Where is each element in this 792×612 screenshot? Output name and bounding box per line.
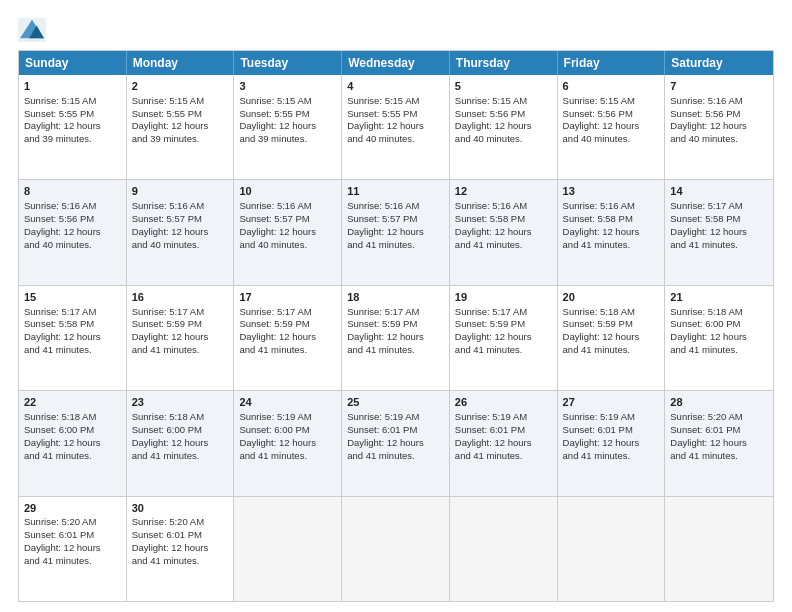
calendar-cell: 20Sunrise: 5:18 AMSunset: 5:59 PMDayligh… <box>558 286 666 390</box>
day-info-line: Sunrise: 5:18 AM <box>132 411 229 424</box>
day-info-line: Sunset: 5:59 PM <box>132 318 229 331</box>
calendar-cell-empty <box>665 497 773 601</box>
day-info-line: and 41 minutes. <box>24 344 121 357</box>
day-info-line: Sunset: 6:00 PM <box>670 318 768 331</box>
day-info-line: Daylight: 12 hours <box>455 331 552 344</box>
calendar-cell: 18Sunrise: 5:17 AMSunset: 5:59 PMDayligh… <box>342 286 450 390</box>
day-info-line: Sunrise: 5:15 AM <box>455 95 552 108</box>
calendar-cell: 30Sunrise: 5:20 AMSunset: 6:01 PMDayligh… <box>127 497 235 601</box>
day-info-line: Sunrise: 5:19 AM <box>563 411 660 424</box>
day-info-line: Daylight: 12 hours <box>24 226 121 239</box>
calendar-cell: 24Sunrise: 5:19 AMSunset: 6:00 PMDayligh… <box>234 391 342 495</box>
day-number: 27 <box>563 395 660 410</box>
calendar-cell: 10Sunrise: 5:16 AMSunset: 5:57 PMDayligh… <box>234 180 342 284</box>
calendar-header-cell: Wednesday <box>342 51 450 75</box>
calendar: SundayMondayTuesdayWednesdayThursdayFrid… <box>18 50 774 602</box>
day-info-line: Daylight: 12 hours <box>670 437 768 450</box>
day-info-line: and 41 minutes. <box>455 344 552 357</box>
day-info-line: Sunset: 5:57 PM <box>239 213 336 226</box>
day-number: 24 <box>239 395 336 410</box>
calendar-cell: 15Sunrise: 5:17 AMSunset: 5:58 PMDayligh… <box>19 286 127 390</box>
day-info-line: Daylight: 12 hours <box>347 437 444 450</box>
day-number: 28 <box>670 395 768 410</box>
day-info-line: Sunrise: 5:19 AM <box>347 411 444 424</box>
day-info-line: and 41 minutes. <box>563 450 660 463</box>
calendar-cell-empty <box>558 497 666 601</box>
day-number: 29 <box>24 501 121 516</box>
day-info-line: Daylight: 12 hours <box>455 120 552 133</box>
day-info-line: Sunset: 6:01 PM <box>132 529 229 542</box>
day-info-line: Sunset: 5:59 PM <box>347 318 444 331</box>
day-info-line: Daylight: 12 hours <box>670 120 768 133</box>
calendar-cell-empty <box>234 497 342 601</box>
day-number: 12 <box>455 184 552 199</box>
day-number: 20 <box>563 290 660 305</box>
day-info-line: and 40 minutes. <box>670 133 768 146</box>
day-info-line: Sunrise: 5:15 AM <box>24 95 121 108</box>
calendar-cell: 7Sunrise: 5:16 AMSunset: 5:56 PMDaylight… <box>665 75 773 179</box>
day-info-line: Sunset: 5:55 PM <box>239 108 336 121</box>
calendar-header-cell: Monday <box>127 51 235 75</box>
day-number: 8 <box>24 184 121 199</box>
day-info-line: and 40 minutes. <box>24 239 121 252</box>
day-info-line: and 41 minutes. <box>132 450 229 463</box>
day-info-line: Daylight: 12 hours <box>347 331 444 344</box>
calendar-cell: 19Sunrise: 5:17 AMSunset: 5:59 PMDayligh… <box>450 286 558 390</box>
day-info-line: Sunrise: 5:17 AM <box>239 306 336 319</box>
day-info-line: Daylight: 12 hours <box>563 226 660 239</box>
day-info-line: Sunset: 5:59 PM <box>239 318 336 331</box>
day-info-line: and 41 minutes. <box>563 239 660 252</box>
day-info-line: Sunrise: 5:16 AM <box>670 95 768 108</box>
day-info-line: Sunrise: 5:16 AM <box>132 200 229 213</box>
day-info-line: Sunset: 5:55 PM <box>132 108 229 121</box>
day-number: 3 <box>239 79 336 94</box>
day-info-line: Sunset: 5:58 PM <box>24 318 121 331</box>
day-info-line: and 39 minutes. <box>24 133 121 146</box>
day-info-line: and 40 minutes. <box>347 133 444 146</box>
calendar-cell: 9Sunrise: 5:16 AMSunset: 5:57 PMDaylight… <box>127 180 235 284</box>
day-number: 15 <box>24 290 121 305</box>
day-number: 30 <box>132 501 229 516</box>
calendar-header-cell: Saturday <box>665 51 773 75</box>
day-info-line: Daylight: 12 hours <box>455 437 552 450</box>
day-info-line: Sunrise: 5:17 AM <box>132 306 229 319</box>
logo-icon <box>18 18 46 42</box>
day-info-line: Daylight: 12 hours <box>132 120 229 133</box>
day-info-line: Sunset: 6:01 PM <box>670 424 768 437</box>
day-info-line: and 41 minutes. <box>670 239 768 252</box>
calendar-cell: 6Sunrise: 5:15 AMSunset: 5:56 PMDaylight… <box>558 75 666 179</box>
day-info-line: Sunset: 5:56 PM <box>455 108 552 121</box>
day-info-line: and 41 minutes. <box>132 344 229 357</box>
day-info-line: Sunset: 6:00 PM <box>239 424 336 437</box>
day-info-line: Sunrise: 5:17 AM <box>24 306 121 319</box>
day-info-line: Daylight: 12 hours <box>24 120 121 133</box>
day-info-line: Daylight: 12 hours <box>347 226 444 239</box>
calendar-cell: 1Sunrise: 5:15 AMSunset: 5:55 PMDaylight… <box>19 75 127 179</box>
calendar-cell: 8Sunrise: 5:16 AMSunset: 5:56 PMDaylight… <box>19 180 127 284</box>
day-info-line: and 41 minutes. <box>455 450 552 463</box>
calendar-cell: 23Sunrise: 5:18 AMSunset: 6:00 PMDayligh… <box>127 391 235 495</box>
page: SundayMondayTuesdayWednesdayThursdayFrid… <box>0 0 792 612</box>
day-info-line: and 40 minutes. <box>132 239 229 252</box>
day-info-line: Sunrise: 5:16 AM <box>239 200 336 213</box>
day-info-line: Sunset: 5:59 PM <box>455 318 552 331</box>
calendar-cell-empty <box>342 497 450 601</box>
day-info-line: Daylight: 12 hours <box>132 226 229 239</box>
day-info-line: Sunrise: 5:19 AM <box>239 411 336 424</box>
day-info-line: Daylight: 12 hours <box>132 437 229 450</box>
day-info-line: Sunrise: 5:15 AM <box>563 95 660 108</box>
calendar-body: 1Sunrise: 5:15 AMSunset: 5:55 PMDaylight… <box>19 75 773 601</box>
day-info-line: Sunset: 5:56 PM <box>24 213 121 226</box>
calendar-cell: 17Sunrise: 5:17 AMSunset: 5:59 PMDayligh… <box>234 286 342 390</box>
day-info-line: Daylight: 12 hours <box>239 437 336 450</box>
calendar-cell: 12Sunrise: 5:16 AMSunset: 5:58 PMDayligh… <box>450 180 558 284</box>
logo <box>18 18 50 42</box>
day-number: 6 <box>563 79 660 94</box>
calendar-header-cell: Thursday <box>450 51 558 75</box>
day-info-line: Daylight: 12 hours <box>239 120 336 133</box>
header <box>18 18 774 42</box>
day-info-line: and 41 minutes. <box>239 344 336 357</box>
day-info-line: Sunset: 6:01 PM <box>455 424 552 437</box>
day-info-line: Sunset: 6:01 PM <box>347 424 444 437</box>
day-info-line: and 41 minutes. <box>347 450 444 463</box>
